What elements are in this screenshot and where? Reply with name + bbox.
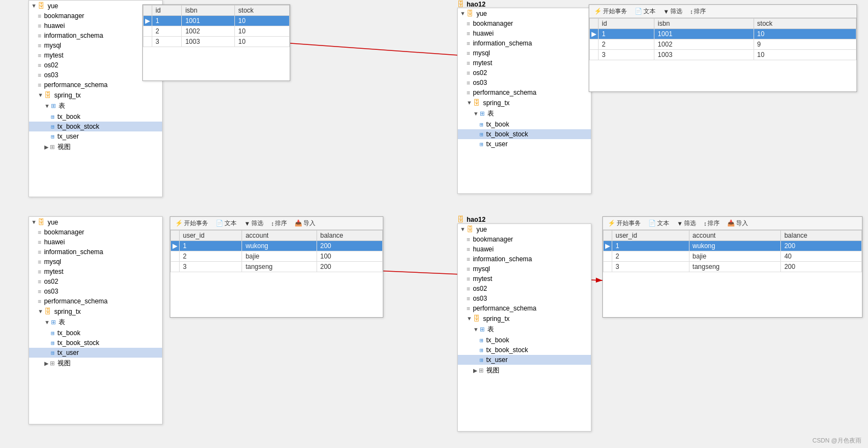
tree-item[interactable]: ⊞tx_user — [29, 131, 162, 141]
tree-item[interactable]: ≡huawei — [458, 244, 591, 254]
tree-item[interactable]: ≡bookmanager — [458, 234, 591, 244]
tree-item[interactable]: ≡information_schema — [458, 38, 591, 48]
tree-item[interactable]: ≡huawei — [458, 28, 591, 38]
toolbar-btn[interactable]: ▼ 筛选 — [662, 7, 684, 16]
toolbar-btn[interactable]: ↕ 排序 — [702, 219, 722, 228]
tree-label: mytest — [473, 59, 492, 67]
expand-arrow: ▼ — [31, 219, 37, 225]
tree-item[interactable]: ≡performance_schema — [29, 296, 162, 306]
tree-item[interactable]: ▼ 🗄spring_tx — [29, 306, 162, 317]
tree-item[interactable]: ⊞tx_book — [29, 112, 162, 122]
tree-item[interactable]: ⊞tx_user — [458, 139, 591, 149]
table-row[interactable]: 210029 — [590, 39, 856, 50]
tree-item[interactable]: ▶ ⊞视图 — [458, 365, 591, 376]
table-icon: ⊞ — [51, 113, 55, 120]
schema-icon: ≡ — [38, 62, 41, 68]
tree-item[interactable]: ▼ 🗄yue — [458, 224, 591, 234]
tree-item[interactable]: ⊞tx_book — [458, 335, 591, 345]
table-row[interactable]: 3100310 — [590, 50, 856, 60]
tree-item[interactable]: ▼ 🗄spring_tx — [29, 90, 162, 100]
cell: 200 — [317, 262, 382, 272]
toolbar-btn[interactable]: 📄 文本 — [633, 7, 657, 16]
toolbar-btn[interactable]: ⚡ 开始事务 — [174, 219, 210, 228]
tree-item[interactable]: ⊞tx_book_stock — [458, 345, 591, 355]
bottom-left-tree-panel: ▼ 🗄yue≡bookmanager≡huawei≡information_sc… — [28, 216, 163, 424]
tree-item[interactable]: ≡performance_schema — [458, 88, 591, 97]
tree-item[interactable]: ▼ ⊞表 — [458, 108, 591, 119]
tree-item[interactable]: ≡os02 — [458, 68, 591, 78]
tree-item[interactable]: ≡information_schema — [29, 247, 162, 257]
toolbar-btn[interactable]: ▼ 筛选 — [243, 219, 265, 228]
tree-item[interactable]: ≡os02 — [29, 277, 162, 286]
tree-item[interactable]: ≡performance_schema — [458, 303, 591, 313]
toolbar-label: 筛选 — [670, 7, 682, 15]
toolbar-btn[interactable]: ↕ 排序 — [269, 219, 289, 228]
table-row[interactable]: ▶1100110 — [143, 16, 290, 26]
tree-item[interactable]: ≡os03 — [458, 294, 591, 303]
tree-item[interactable]: ≡performance_schema — [29, 80, 162, 90]
cell: bajie — [689, 251, 781, 262]
table-row[interactable]: ▶1wukong200 — [171, 241, 383, 251]
tree-item[interactable]: ▼ ⊞表 — [458, 324, 591, 335]
tree-item[interactable]: ▼ 🗄yue — [458, 8, 591, 19]
toolbar-btn[interactable]: 📥 导入 — [293, 219, 317, 228]
toolbar-btn[interactable]: ▼ 筛选 — [675, 219, 698, 228]
tree-item[interactable]: ≡information_schema — [458, 254, 591, 264]
tree-item[interactable]: ⊞tx_book_stock — [458, 129, 591, 139]
tree-label: performance_schema — [44, 297, 107, 305]
tree-item[interactable]: ≡os03 — [29, 286, 162, 296]
tree-item[interactable]: ▼ ⊞表 — [29, 317, 162, 328]
toolbar-label: 导入 — [303, 219, 315, 227]
tree-label: os02 — [44, 278, 58, 285]
tree-item[interactable]: ▼ ⊞表 — [29, 100, 162, 112]
tree-item[interactable]: ▼ 🗄spring_tx — [458, 313, 591, 324]
table-row[interactable]: 3tangseng200 — [603, 262, 862, 272]
expand-arrow: ▼ — [44, 319, 50, 325]
tree-item[interactable]: ≡bookmanager — [458, 19, 591, 28]
tree-item[interactable]: ⊞tx_book_stock — [29, 122, 162, 131]
table-row[interactable]: 2bajie100 — [171, 251, 383, 262]
tree-item[interactable]: ▼ 🗄yue — [29, 217, 162, 227]
tree-item[interactable]: ⊞tx_user — [29, 348, 162, 358]
tree-item[interactable]: ≡bookmanager — [29, 227, 162, 237]
toolbar-btn[interactable]: 📥 导入 — [726, 219, 750, 228]
tree-item[interactable]: ≡mysql — [458, 48, 591, 58]
tree-label: spring_tx — [54, 308, 81, 315]
tree-item[interactable]: ⊞tx_book — [458, 119, 591, 129]
tree-label: os02 — [473, 69, 487, 77]
toolbar-btn[interactable]: ⚡ 开始事务 — [593, 7, 629, 16]
tree-item[interactable]: ≡mytest — [458, 274, 591, 284]
tree-item[interactable]: ⊞tx_book — [29, 328, 162, 338]
column-header: account — [242, 231, 317, 241]
toolbar-label: 开始事务 — [617, 219, 641, 227]
tree-item[interactable]: ≡mytest — [458, 58, 591, 68]
toolbar-btn[interactable]: 📄 文本 — [647, 219, 671, 228]
tree-item[interactable]: ⊞tx_user — [458, 355, 591, 365]
tree-item[interactable]: ≡mysql — [458, 264, 591, 274]
toolbar-btn[interactable]: ⚡ 开始事务 — [606, 219, 642, 228]
table-row[interactable]: 2100210 — [143, 26, 290, 37]
schema-icon: ≡ — [38, 239, 41, 245]
tree-item[interactable]: ≡os03 — [458, 78, 591, 88]
tree-item[interactable]: ▼ 🗄spring_tx — [458, 97, 591, 108]
tree-item[interactable]: ≡mysql — [29, 257, 162, 267]
table-row[interactable]: 3tangseng200 — [171, 262, 383, 272]
tree-label: spring_tx — [54, 91, 81, 99]
table-row[interactable]: ▶1wukong200 — [603, 241, 862, 251]
tree-label: 表 — [59, 101, 65, 111]
column-header: balance — [781, 231, 862, 241]
tree-item[interactable]: ▶ ⊞视图 — [29, 141, 162, 153]
tree-item[interactable]: ≡mytest — [29, 267, 162, 277]
table-row[interactable]: ▶1100110 — [590, 29, 856, 39]
cell: 10 — [754, 50, 856, 60]
table-row[interactable]: 2bajie40 — [603, 251, 862, 262]
tree-item[interactable]: ≡huawei — [29, 237, 162, 247]
tree-label: 视图 — [58, 142, 71, 152]
cell: 10 — [235, 16, 290, 26]
tree-item[interactable]: ⊞tx_book_stock — [29, 338, 162, 348]
toolbar-btn[interactable]: 📄 文本 — [214, 219, 238, 228]
toolbar-btn[interactable]: ↕ 排序 — [688, 7, 708, 16]
tree-item[interactable]: ≡os02 — [458, 284, 591, 294]
tree-item[interactable]: ▶ ⊞视图 — [29, 358, 162, 369]
table-row[interactable]: 3100310 — [143, 37, 290, 47]
